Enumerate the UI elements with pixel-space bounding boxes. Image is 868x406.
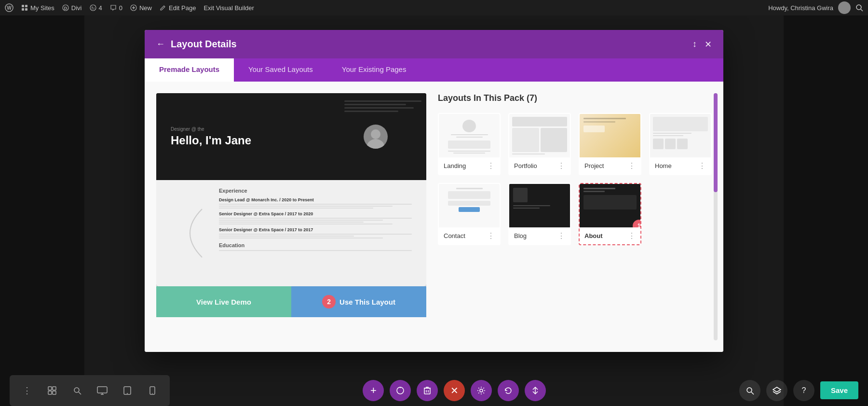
tab-premade-layouts[interactable]: Premade Layouts xyxy=(145,58,234,82)
tablet-view-button[interactable] xyxy=(117,380,138,401)
delete-button[interactable] xyxy=(417,380,438,401)
help-button[interactable]: ? xyxy=(793,380,814,401)
layout-menu-contact[interactable]: ⋮ xyxy=(487,231,495,240)
search-icon[interactable] xyxy=(855,4,863,12)
edit-page-link[interactable]: Edit Page xyxy=(160,4,196,12)
new-link[interactable]: New xyxy=(130,4,152,12)
sort-icon[interactable]: ↕ xyxy=(692,39,697,49)
layout-menu-blog[interactable]: ⋮ xyxy=(557,231,565,240)
layout-name-project: Project xyxy=(584,162,604,169)
use-layout-badge: 2 xyxy=(322,295,336,308)
search-button-right[interactable] xyxy=(739,380,760,401)
layout-thumbnail-home xyxy=(650,114,711,157)
options-menu-button[interactable]: ⋮ xyxy=(16,380,38,401)
svg-point-13 xyxy=(856,5,861,10)
close-button[interactable]: ✕ xyxy=(444,380,465,401)
layout-item-project[interactable]: Project ⋮ xyxy=(579,113,641,175)
layout-menu-about[interactable]: ⋮ xyxy=(628,231,636,240)
layout-thumbnail-contact xyxy=(439,184,500,227)
svg-rect-18 xyxy=(53,387,56,390)
svg-point-30 xyxy=(397,387,404,394)
preview-area: Designer @ the Hello, I'm Jane xyxy=(156,93,426,340)
svg-marker-39 xyxy=(773,387,781,392)
svg-rect-17 xyxy=(48,387,52,390)
bottom-center-tools: + ✕ xyxy=(363,380,546,401)
layout-item-home[interactable]: Home ⋮ xyxy=(649,113,712,175)
svg-rect-23 xyxy=(97,387,107,393)
preview-avatar xyxy=(364,125,388,149)
layout-menu-project[interactable]: ⋮ xyxy=(628,161,636,170)
comments-link[interactable]: 0 xyxy=(110,4,122,12)
toggle-visibility-button[interactable] xyxy=(390,380,411,401)
divi-label: Divi xyxy=(71,4,82,12)
history-button[interactable] xyxy=(498,380,519,401)
grid-view-button[interactable] xyxy=(41,380,63,401)
svg-line-22 xyxy=(79,392,81,394)
back-button[interactable]: ← xyxy=(156,39,165,49)
layout-item-blog[interactable]: Blog ⋮ xyxy=(508,183,571,245)
portability-button[interactable] xyxy=(525,380,546,401)
close-icon[interactable]: ✕ xyxy=(705,39,712,50)
exit-visual-builder-link[interactable]: Exit Visual Builder xyxy=(203,4,254,12)
svg-point-29 xyxy=(152,393,153,394)
modal-scrollbar[interactable] xyxy=(714,93,718,340)
modal-header-right: ↕ ✕ xyxy=(692,39,712,50)
layers-button[interactable] xyxy=(766,380,787,401)
layout-name-about: About xyxy=(584,232,603,239)
modal-header-left: ← Layout Details xyxy=(156,39,237,50)
use-layout-button[interactable]: 2 Use This Layout xyxy=(291,286,426,317)
settings-button[interactable] xyxy=(471,380,492,401)
layout-menu-portfolio[interactable]: ⋮ xyxy=(557,161,565,170)
view-demo-button[interactable]: View Live Demo xyxy=(156,286,291,317)
tab-existing-pages[interactable]: Your Existing Pages xyxy=(327,58,421,82)
preview-designer-label: Designer @ the xyxy=(171,126,204,132)
desktop-view-button[interactable] xyxy=(92,380,113,401)
layout-name-landing: Landing xyxy=(444,162,466,169)
layouts-grid: Landing ⋮ xyxy=(438,113,712,245)
svg-point-21 xyxy=(74,388,79,392)
preview-content: Designer @ the Hello, I'm Jane xyxy=(156,93,426,286)
layout-item-contact[interactable]: Contact ⋮ xyxy=(438,183,501,245)
layout-thumbnail-blog xyxy=(509,184,570,227)
layout-item-about[interactable]: 1 About ⋮ xyxy=(579,183,641,245)
preview-curve xyxy=(171,188,209,279)
search-button-left[interactable] xyxy=(67,380,88,401)
preview-text-block xyxy=(344,100,421,114)
save-button[interactable]: Save xyxy=(820,381,858,399)
layout-details-modal: ← Layout Details ↕ ✕ Premade Layouts You… xyxy=(145,30,723,352)
bottom-toolbar: ⋮ + ✕ xyxy=(0,375,868,406)
layout-item-landing[interactable]: Landing ⋮ xyxy=(438,113,501,175)
bottom-left-tools: ⋮ xyxy=(10,375,170,406)
svg-rect-20 xyxy=(53,391,56,394)
layout-thumbnail-landing xyxy=(439,114,500,157)
layout-footer-landing: Landing ⋮ xyxy=(439,157,500,174)
layout-thumbnail-project xyxy=(580,114,640,157)
svg-point-15 xyxy=(371,129,380,139)
layout-item-portfolio[interactable]: Portfolio ⋮ xyxy=(508,113,571,175)
mobile-view-button[interactable] xyxy=(142,380,163,401)
svg-rect-19 xyxy=(48,391,52,394)
my-sites-link[interactable]: My Sites xyxy=(21,4,54,12)
add-section-button[interactable]: + xyxy=(363,380,384,401)
admin-bar-right: Howdy, Christina Gwira xyxy=(768,1,863,14)
admin-avatar[interactable] xyxy=(838,1,851,14)
tab-saved-layouts[interactable]: Your Saved Layouts xyxy=(234,58,327,82)
updates-count: 4 xyxy=(99,4,102,12)
layout-name-blog: Blog xyxy=(514,232,527,239)
layout-name-portfolio: Portfolio xyxy=(514,162,537,169)
layout-menu-home[interactable]: ⋮ xyxy=(698,161,706,170)
modal-overlay: ← Layout Details ↕ ✕ Premade Layouts You… xyxy=(0,15,868,406)
layout-name-contact: Contact xyxy=(444,232,465,239)
svg-text:W: W xyxy=(7,5,12,11)
layout-footer-about: About ⋮ xyxy=(580,227,640,244)
wp-logo[interactable]: W xyxy=(5,3,14,12)
layout-menu-landing[interactable]: ⋮ xyxy=(487,161,495,170)
svg-text:↻: ↻ xyxy=(91,6,95,11)
updates-link[interactable]: ↻ 4 xyxy=(90,4,102,12)
preview-buttons: View Live Demo 2 Use This Layout xyxy=(156,286,426,317)
main-area: ← Layout Details ↕ ✕ Premade Layouts You… xyxy=(0,15,868,406)
use-layout-label: Use This Layout xyxy=(339,298,395,306)
layout-footer-home: Home ⋮ xyxy=(650,157,711,174)
svg-point-27 xyxy=(127,393,128,394)
divi-link[interactable]: D Divi xyxy=(62,4,82,12)
